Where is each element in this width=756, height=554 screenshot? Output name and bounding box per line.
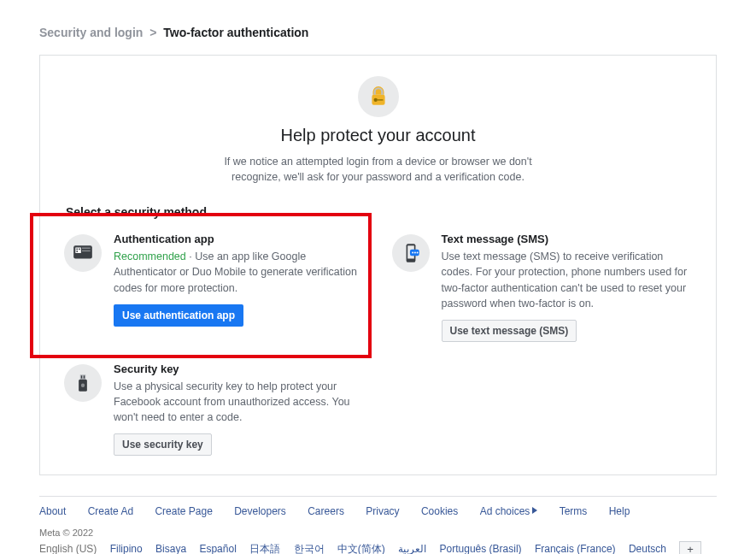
footer-link[interactable]: Help: [609, 505, 630, 517]
svg-point-14: [413, 252, 415, 254]
use-auth-app-button[interactable]: Use authentication app: [114, 304, 243, 327]
footer-link[interactable]: Careers: [308, 505, 344, 517]
method-sms: Text message (SMS) Use text message (SMS…: [392, 233, 693, 342]
language-link[interactable]: Bisaya: [155, 543, 186, 554]
breadcrumb-current: Two-factor authentication: [163, 26, 308, 39]
sms-description: Use text message (SMS) to receive verifi…: [442, 249, 693, 311]
svg-rect-2: [377, 99, 383, 100]
auth-app-description: Recommended · Use an app like Google Aut…: [114, 249, 365, 295]
security-key-title: Security key: [114, 362, 365, 375]
auth-app-title: Authentication app: [114, 233, 365, 245]
use-sms-button[interactable]: Use text message (SMS): [442, 320, 577, 342]
svg-rect-4: [75, 248, 81, 254]
qr-icon: [64, 234, 102, 272]
copyright: Meta © 2022: [39, 527, 717, 538]
footer-divider: [39, 496, 717, 497]
svg-rect-16: [80, 374, 86, 379]
language-row: English (US) Filipino Bisaya Español 日本語…: [39, 541, 717, 554]
svg-rect-8: [82, 248, 91, 249]
method-security-key: Security key Use a physical security key…: [64, 362, 365, 456]
language-link[interactable]: 中文(简体): [337, 542, 385, 554]
language-link[interactable]: Deutsch: [629, 543, 666, 554]
method-auth-app: Authentication app Recommended · Use an …: [64, 233, 365, 342]
two-factor-card: Help protect your account If we notice a…: [39, 55, 717, 475]
language-link[interactable]: Filipino: [110, 543, 143, 554]
footer-link-ad-choices[interactable]: Ad choices: [480, 505, 538, 517]
breadcrumb-parent-link[interactable]: Security and login: [39, 26, 143, 39]
svg-point-1: [373, 98, 377, 102]
lock-icon: [358, 76, 399, 117]
footer-link[interactable]: Create Ad: [88, 505, 133, 517]
footer-link[interactable]: Privacy: [366, 505, 399, 517]
section-title: Select a security method: [66, 205, 692, 219]
footer-links: About Create Ad Create Page Developers C…: [39, 505, 717, 517]
svg-rect-5: [76, 249, 78, 250]
svg-rect-17: [81, 375, 82, 378]
language-link[interactable]: Français (France): [535, 543, 616, 554]
security-key-description: Use a physical security key to help prot…: [114, 379, 365, 425]
hero-title: Help protect your account: [64, 126, 692, 145]
breadcrumb-separator: >: [146, 26, 160, 39]
footer-link[interactable]: Terms: [560, 505, 588, 517]
svg-rect-7: [76, 251, 78, 253]
footer-link[interactable]: Create Page: [155, 505, 212, 517]
language-link[interactable]: Português (Brasil): [440, 543, 522, 554]
svg-point-20: [81, 383, 85, 386]
breadcrumb: Security and login > Two-factor authenti…: [39, 26, 717, 39]
footer-link[interactable]: Cookies: [421, 505, 458, 517]
use-security-key-button[interactable]: Use security key: [114, 433, 212, 456]
current-language: English (US): [39, 543, 97, 554]
language-link[interactable]: Español: [199, 543, 236, 554]
methods-grid: Authentication app Recommended · Use an …: [64, 233, 692, 456]
language-link[interactable]: 한국어: [294, 542, 325, 554]
svg-point-15: [416, 252, 418, 254]
svg-rect-9: [82, 250, 91, 251]
hero-subtitle: If we notice an attempted login from a d…: [216, 154, 541, 185]
ad-choices-icon: [532, 507, 537, 514]
footer-link[interactable]: About: [39, 505, 66, 517]
language-link[interactable]: 日本語: [249, 542, 280, 554]
recommended-label: Recommended: [114, 250, 186, 262]
add-language-button[interactable]: +: [679, 541, 701, 554]
svg-rect-18: [84, 375, 85, 378]
sms-title: Text message (SMS): [442, 233, 693, 245]
svg-rect-6: [79, 249, 80, 250]
language-link[interactable]: العربية: [398, 543, 426, 554]
svg-point-13: [412, 252, 413, 254]
usb-key-icon: [64, 364, 102, 402]
footer-link[interactable]: Developers: [234, 505, 286, 517]
phone-sms-icon: [392, 234, 430, 272]
hero-section: Help protect your account If we notice a…: [64, 76, 692, 185]
